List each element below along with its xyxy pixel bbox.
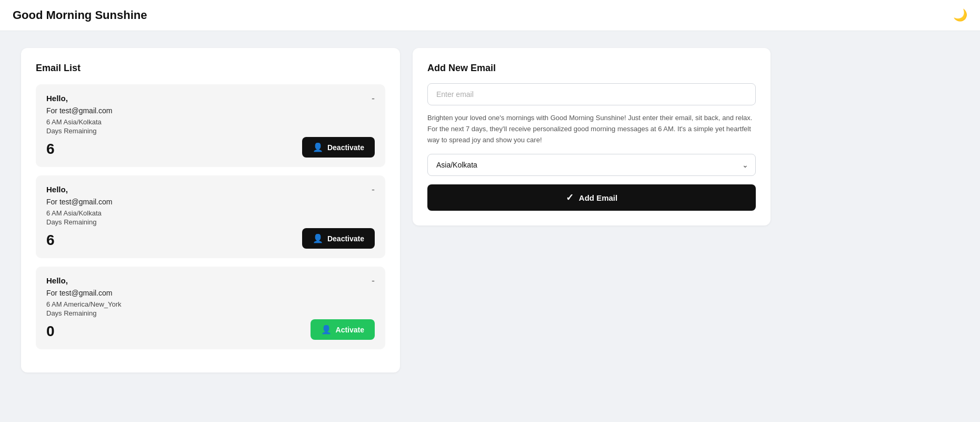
btn-label: Activate — [336, 326, 364, 334]
app-header: Good Morning Sunshine 🌙 — [0, 0, 980, 31]
person-icon: 👤 — [321, 325, 332, 335]
card-timezone: 6 AM Asia/Kolkata — [46, 209, 375, 217]
check-circle-icon: ✓ — [566, 192, 574, 203]
btn-label: Deactivate — [327, 143, 364, 152]
deactivate-button[interactable]: 👤 Deactivate — [302, 228, 375, 249]
add-email-button[interactable]: ✓ Add Email — [427, 184, 756, 211]
email-card: Hello, - For test@gmail.com 6 AM America… — [36, 267, 385, 349]
card-timezone: 6 AM Asia/Kolkata — [46, 118, 375, 126]
person-icon: 👤 — [313, 233, 323, 243]
email-card: Hello, - For test@gmail.com 6 AM Asia/Ko… — [36, 175, 385, 258]
activate-button[interactable]: 👤 Activate — [311, 319, 375, 340]
card-days-label: Days Remaining — [46, 309, 375, 317]
card-footer: 6 👤 Deactivate — [46, 228, 375, 249]
card-header: Hello, - — [46, 276, 375, 286]
card-timezone: 6 AM America/New_York — [46, 300, 375, 308]
card-days-label: Days Remaining — [46, 218, 375, 226]
deactivate-button[interactable]: 👤 Deactivate — [302, 137, 375, 158]
card-collapse-button[interactable]: - — [372, 185, 375, 194]
card-header: Hello, - — [46, 94, 375, 103]
card-greeting: Hello, — [46, 276, 68, 285]
app-title: Good Morning Sunshine — [13, 8, 147, 22]
card-greeting: Hello, — [46, 185, 68, 194]
main-content: Email List Hello, - For test@gmail.com 6… — [0, 31, 980, 389]
card-footer: 0 👤 Activate — [46, 319, 375, 340]
email-card: Hello, - For test@gmail.com 6 AM Asia/Ko… — [36, 84, 385, 167]
card-footer: 6 👤 Deactivate — [46, 137, 375, 158]
card-greeting: Hello, — [46, 94, 68, 103]
add-email-panel: Add New Email Brighten your loved one's … — [413, 48, 771, 225]
card-days-count: 6 — [46, 141, 55, 158]
dark-mode-icon[interactable]: 🌙 — [953, 8, 967, 22]
card-collapse-button[interactable]: - — [372, 94, 375, 103]
card-days-label: Days Remaining — [46, 127, 375, 135]
email-cards-container: Hello, - For test@gmail.com 6 AM Asia/Ko… — [36, 84, 385, 349]
card-email: For test@gmail.com — [46, 106, 375, 115]
add-email-button-label: Add Email — [579, 193, 617, 202]
email-list-title: Email List — [36, 63, 385, 74]
email-list-panel: Email List Hello, - For test@gmail.com 6… — [21, 48, 400, 372]
email-input[interactable] — [427, 83, 756, 105]
card-email: For test@gmail.com — [46, 289, 375, 297]
card-days-count: 6 — [46, 232, 55, 249]
person-icon: 👤 — [313, 142, 323, 152]
timezone-select[interactable]: Asia/KolkataAmerica/New_YorkAmerica/Los_… — [427, 154, 756, 176]
add-email-title: Add New Email — [427, 63, 756, 74]
card-collapse-button[interactable]: - — [372, 276, 375, 286]
card-days-count: 0 — [46, 323, 55, 340]
card-email: For test@gmail.com — [46, 198, 375, 206]
card-header: Hello, - — [46, 185, 375, 194]
btn-label: Deactivate — [327, 234, 364, 243]
description-text: Brighten your loved one's mornings with … — [427, 113, 756, 145]
timezone-select-wrapper: Asia/KolkataAmerica/New_YorkAmerica/Los_… — [427, 154, 756, 176]
